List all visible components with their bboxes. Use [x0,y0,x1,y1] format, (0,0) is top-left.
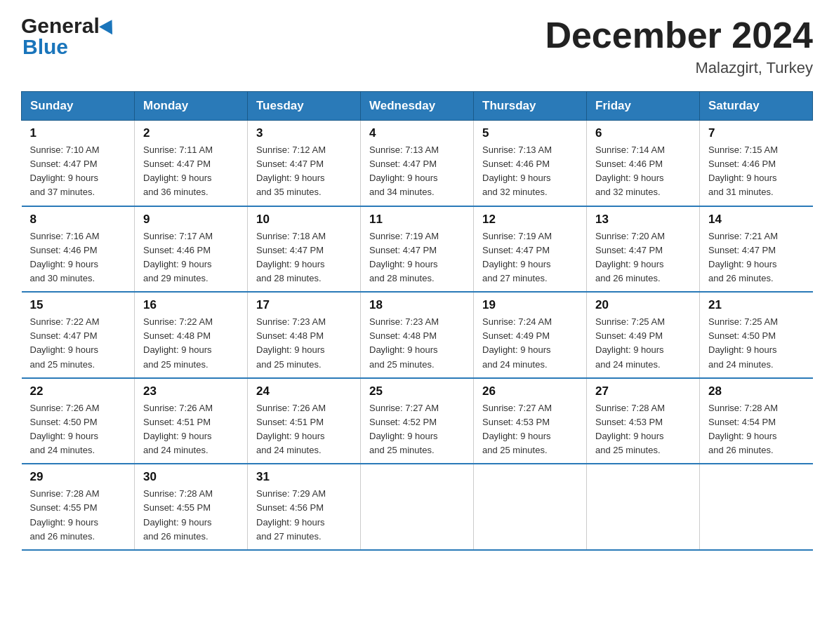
day-number: 21 [708,298,805,312]
day-info: Sunrise: 7:25 AMSunset: 4:50 PMDaylight:… [708,315,805,372]
day-number: 18 [369,298,465,312]
day-number: 4 [369,126,465,140]
calendar-cell: 3Sunrise: 7:12 AMSunset: 4:47 PMDaylight… [248,121,361,206]
day-info: Sunrise: 7:26 AMSunset: 4:51 PMDaylight:… [143,401,239,458]
calendar-cell: 4Sunrise: 7:13 AMSunset: 4:47 PMDaylight… [361,121,474,206]
day-number: 5 [482,126,578,140]
header-sunday: Sunday [22,92,135,121]
logo-blue-text: Blue [21,35,117,59]
day-number: 10 [256,213,352,227]
day-info: Sunrise: 7:19 AMSunset: 4:47 PMDaylight:… [482,229,578,286]
day-number: 24 [256,384,352,398]
day-number: 23 [143,384,239,398]
calendar-cell: 11Sunrise: 7:19 AMSunset: 4:47 PMDayligh… [361,206,474,293]
day-number: 26 [482,384,578,398]
calendar-cell: 26Sunrise: 7:27 AMSunset: 4:53 PMDayligh… [474,378,587,464]
day-info: Sunrise: 7:27 AMSunset: 4:53 PMDaylight:… [482,401,578,458]
day-info: Sunrise: 7:13 AMSunset: 4:46 PMDaylight:… [482,143,578,200]
calendar-cell [700,464,813,550]
day-info: Sunrise: 7:26 AMSunset: 4:50 PMDaylight:… [30,401,126,458]
calendar-cell: 17Sunrise: 7:23 AMSunset: 4:48 PMDayligh… [248,292,361,378]
header-wednesday: Wednesday [361,92,474,121]
calendar-cell: 29Sunrise: 7:28 AMSunset: 4:55 PMDayligh… [22,464,135,550]
day-info: Sunrise: 7:18 AMSunset: 4:47 PMDaylight:… [256,229,352,286]
day-info: Sunrise: 7:20 AMSunset: 4:47 PMDaylight:… [595,229,691,286]
day-info: Sunrise: 7:19 AMSunset: 4:47 PMDaylight:… [369,229,465,286]
day-number: 28 [708,384,805,398]
day-info: Sunrise: 7:16 AMSunset: 4:46 PMDaylight:… [30,229,126,286]
calendar-cell: 16Sunrise: 7:22 AMSunset: 4:48 PMDayligh… [135,292,248,378]
day-number: 13 [595,213,691,227]
logo-triangle-icon [99,16,119,35]
day-info: Sunrise: 7:15 AMSunset: 4:46 PMDaylight:… [708,143,805,200]
calendar-cell: 30Sunrise: 7:28 AMSunset: 4:55 PMDayligh… [135,464,248,550]
day-info: Sunrise: 7:23 AMSunset: 4:48 PMDaylight:… [256,315,352,372]
title-area: December 2024 Malazgirt, Turkey [545,14,813,77]
header-saturday: Saturday [700,92,813,121]
header-thursday: Thursday [474,92,587,121]
logo: General Blue [21,14,117,59]
day-info: Sunrise: 7:10 AMSunset: 4:47 PMDaylight:… [30,143,126,200]
calendar-week-row: 15Sunrise: 7:22 AMSunset: 4:47 PMDayligh… [22,292,813,378]
calendar-cell: 7Sunrise: 7:15 AMSunset: 4:46 PMDaylight… [700,121,813,206]
calendar-cell: 22Sunrise: 7:26 AMSunset: 4:50 PMDayligh… [22,378,135,464]
calendar-cell: 6Sunrise: 7:14 AMSunset: 4:46 PMDaylight… [587,121,700,206]
day-number: 17 [256,298,352,312]
day-number: 30 [143,470,239,484]
day-number: 27 [595,384,691,398]
day-info: Sunrise: 7:14 AMSunset: 4:46 PMDaylight:… [595,143,691,200]
day-number: 11 [369,213,465,227]
day-info: Sunrise: 7:12 AMSunset: 4:47 PMDaylight:… [256,143,352,200]
calendar-week-row: 8Sunrise: 7:16 AMSunset: 4:46 PMDaylight… [22,206,813,293]
calendar-cell [587,464,700,550]
day-number: 20 [595,298,691,312]
day-info: Sunrise: 7:13 AMSunset: 4:47 PMDaylight:… [369,143,465,200]
calendar-cell: 10Sunrise: 7:18 AMSunset: 4:47 PMDayligh… [248,206,361,293]
day-number: 16 [143,298,239,312]
location-subtitle: Malazgirt, Turkey [545,59,813,77]
page-header: General Blue December 2024 Malazgirt, Tu… [21,14,813,77]
calendar-cell: 27Sunrise: 7:28 AMSunset: 4:53 PMDayligh… [587,378,700,464]
logo-general-text: General [21,14,100,38]
day-number: 15 [30,298,126,312]
calendar-cell: 13Sunrise: 7:20 AMSunset: 4:47 PMDayligh… [587,206,700,293]
calendar-cell: 8Sunrise: 7:16 AMSunset: 4:46 PMDaylight… [22,206,135,293]
day-number: 8 [30,213,126,227]
calendar-cell: 2Sunrise: 7:11 AMSunset: 4:47 PMDaylight… [135,121,248,206]
calendar-cell [474,464,587,550]
day-number: 19 [482,298,578,312]
day-info: Sunrise: 7:28 AMSunset: 4:55 PMDaylight:… [30,487,126,544]
calendar-cell: 5Sunrise: 7:13 AMSunset: 4:46 PMDaylight… [474,121,587,206]
day-number: 31 [256,470,352,484]
day-info: Sunrise: 7:28 AMSunset: 4:53 PMDaylight:… [595,401,691,458]
calendar-cell: 24Sunrise: 7:26 AMSunset: 4:51 PMDayligh… [248,378,361,464]
day-info: Sunrise: 7:17 AMSunset: 4:46 PMDaylight:… [143,229,239,286]
day-info: Sunrise: 7:26 AMSunset: 4:51 PMDaylight:… [256,401,352,458]
calendar-week-row: 29Sunrise: 7:28 AMSunset: 4:55 PMDayligh… [22,464,813,550]
calendar-cell: 18Sunrise: 7:23 AMSunset: 4:48 PMDayligh… [361,292,474,378]
calendar-cell: 25Sunrise: 7:27 AMSunset: 4:52 PMDayligh… [361,378,474,464]
calendar-cell: 28Sunrise: 7:28 AMSunset: 4:54 PMDayligh… [700,378,813,464]
day-number: 14 [708,213,805,227]
day-info: Sunrise: 7:22 AMSunset: 4:47 PMDaylight:… [30,315,126,372]
day-info: Sunrise: 7:29 AMSunset: 4:56 PMDaylight:… [256,487,352,544]
calendar-week-row: 1Sunrise: 7:10 AMSunset: 4:47 PMDaylight… [22,121,813,206]
calendar-header-row: SundayMondayTuesdayWednesdayThursdayFrid… [22,92,813,121]
day-number: 2 [143,126,239,140]
calendar-cell: 20Sunrise: 7:25 AMSunset: 4:49 PMDayligh… [587,292,700,378]
calendar-cell [361,464,474,550]
day-number: 3 [256,126,352,140]
day-number: 12 [482,213,578,227]
header-friday: Friday [587,92,700,121]
day-number: 9 [143,213,239,227]
calendar-cell: 9Sunrise: 7:17 AMSunset: 4:46 PMDaylight… [135,206,248,293]
calendar-cell: 21Sunrise: 7:25 AMSunset: 4:50 PMDayligh… [700,292,813,378]
day-number: 7 [708,126,805,140]
day-info: Sunrise: 7:28 AMSunset: 4:54 PMDaylight:… [708,401,805,458]
calendar-cell: 23Sunrise: 7:26 AMSunset: 4:51 PMDayligh… [135,378,248,464]
calendar-cell: 15Sunrise: 7:22 AMSunset: 4:47 PMDayligh… [22,292,135,378]
calendar-table: SundayMondayTuesdayWednesdayThursdayFrid… [21,91,813,551]
day-info: Sunrise: 7:27 AMSunset: 4:52 PMDaylight:… [369,401,465,458]
day-info: Sunrise: 7:22 AMSunset: 4:48 PMDaylight:… [143,315,239,372]
day-info: Sunrise: 7:21 AMSunset: 4:47 PMDaylight:… [708,229,805,286]
